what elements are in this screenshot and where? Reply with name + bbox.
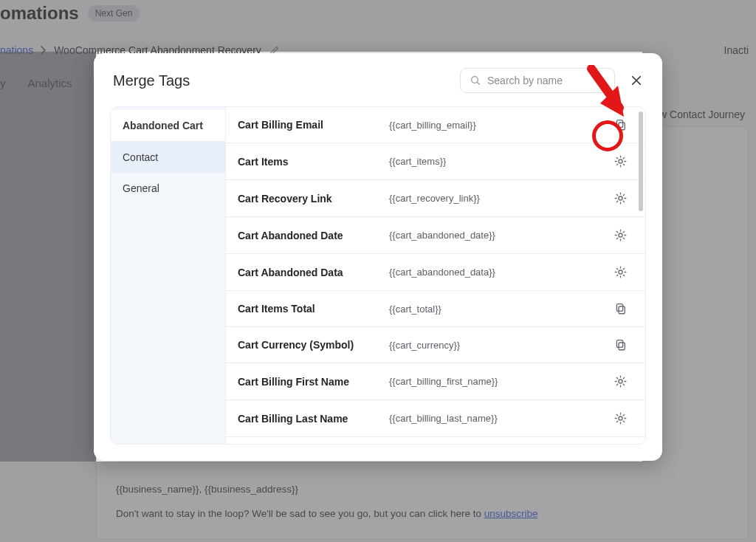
tag-row: Cart Items{{cart_items}} — [226, 143, 645, 180]
tag-label: Cart Billing Email — [238, 119, 389, 131]
tag-row: Cart Recovery Link{{cart_recovery_link}} — [226, 180, 645, 217]
sidebar-item-abandoned-cart[interactable]: Abandoned Cart — [111, 110, 225, 142]
scrollbar-thumb[interactable] — [639, 112, 643, 211]
close-button[interactable] — [630, 74, 643, 87]
tag-code: {{cart_recovery_link}} — [389, 193, 614, 204]
tag-row: Cart Currency (Symbol){{cart_currency}} — [226, 327, 645, 363]
tag-label: Cart Items — [238, 156, 389, 168]
svg-rect-10 — [616, 340, 622, 348]
svg-point-5 — [619, 233, 622, 237]
tag-label: Cart Recovery Link — [238, 193, 389, 205]
copy-icon[interactable] — [614, 338, 628, 351]
tag-label: Cart Abandoned Date — [238, 230, 389, 241]
tag-row: Cart Billing Last Name{{cart_billing_las… — [226, 400, 645, 437]
tag-code: {{cart_abandoned_date}} — [389, 230, 614, 241]
tag-label: Cart Billing First Name — [238, 376, 389, 388]
svg-rect-2 — [616, 120, 622, 128]
modal-title: Merge Tags — [113, 72, 190, 89]
svg-point-12 — [619, 416, 622, 420]
merge-tags-modal: Merge Tags Abandoned CartContactGeneral — [94, 53, 662, 461]
svg-point-4 — [619, 196, 622, 200]
modal-backdrop-left — [0, 52, 96, 462]
gear-icon[interactable] — [614, 228, 628, 242]
search-input-wrapper[interactable] — [460, 68, 615, 93]
tag-label: Cart Abandoned Data — [238, 267, 389, 278]
tag-code: {{cart_billing_email}} — [389, 120, 614, 131]
gear-icon[interactable] — [614, 191, 628, 205]
gear-icon[interactable] — [614, 265, 628, 279]
tag-code: {{cart_items}} — [389, 156, 614, 167]
svg-rect-8 — [616, 304, 622, 312]
tag-label: Cart Items Total — [238, 303, 389, 315]
merge-tags-sidebar: Abandoned CartContactGeneral — [111, 107, 226, 444]
merge-tags-list: Cart Billing Email{{cart_billing_email}}… — [226, 107, 645, 444]
tag-code: {{cart_total}} — [389, 303, 614, 315]
tag-row: Cart Billing First Name{{cart_billing_fi… — [226, 363, 645, 400]
tag-code: {{cart_billing_first_name}} — [389, 376, 614, 387]
svg-point-6 — [619, 270, 622, 274]
copy-icon[interactable] — [614, 118, 628, 131]
svg-point-0 — [472, 77, 478, 83]
svg-point-11 — [619, 380, 622, 383]
svg-rect-1 — [619, 123, 625, 130]
search-icon — [470, 75, 481, 86]
tag-row: Cart Items Total{{cart_total}} — [226, 291, 645, 327]
tag-row: Cart Abandoned Data{{cart_abandoned_data… — [226, 254, 645, 291]
tag-row: Cart Billing Email{{cart_billing_email}} — [226, 107, 645, 143]
sidebar-item-general[interactable]: General — [111, 173, 225, 204]
tag-code: {{cart_billing_last_name}} — [389, 413, 614, 424]
close-icon — [630, 74, 643, 87]
gear-icon[interactable] — [614, 374, 628, 388]
tag-code: {{cart_currency}} — [389, 340, 614, 351]
tag-code: {{cart_abandoned_data}} — [389, 267, 614, 278]
sidebar-item-contact[interactable]: Contact — [111, 142, 225, 173]
tag-row: Cart Abandoned Date{{cart_abandoned_date… — [226, 217, 645, 254]
search-input[interactable] — [487, 75, 605, 86]
svg-rect-9 — [619, 343, 625, 350]
tag-label: Cart Currency (Symbol) — [238, 339, 389, 351]
gear-icon[interactable] — [614, 154, 628, 168]
svg-point-3 — [619, 159, 622, 163]
copy-icon[interactable] — [614, 302, 628, 315]
svg-rect-7 — [619, 306, 625, 314]
tag-label: Cart Billing Last Name — [238, 413, 389, 425]
gear-icon[interactable] — [614, 411, 628, 425]
